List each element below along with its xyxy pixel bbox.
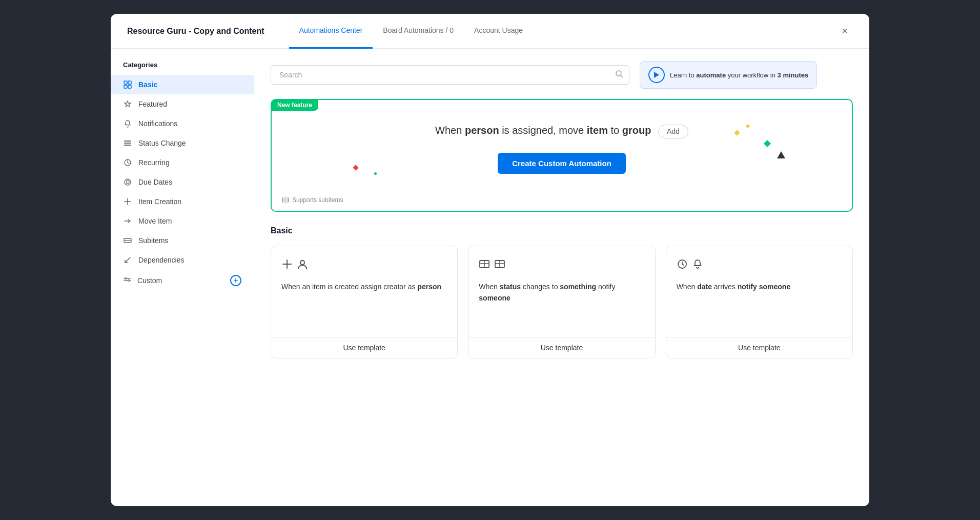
card-2-text: When status changes to something notify … [479, 281, 644, 329]
bell-icon [692, 258, 703, 273]
search-container [271, 65, 629, 85]
custom-icon [123, 276, 131, 286]
svg-rect-2 [124, 85, 127, 88]
search-input[interactable] [271, 65, 629, 85]
card-3-text: When date arrives notify someone [677, 281, 842, 329]
status-change-icon [123, 138, 132, 148]
table-icon-2 [494, 258, 505, 273]
modal-tabs: Automations Center Board Automations / 0… [289, 14, 836, 49]
svg-point-17 [125, 277, 127, 279]
play-icon [648, 67, 665, 83]
tab-board-automations[interactable]: Board Automations / 0 [373, 14, 464, 49]
svg-rect-5 [124, 143, 131, 144]
basic-icon [123, 80, 132, 89]
tab-automations-center[interactable]: Automations Center [289, 14, 373, 49]
close-button[interactable]: × [836, 23, 853, 39]
basic-section-title: Basic [271, 226, 853, 235]
recurring-icon [123, 158, 132, 167]
svg-rect-0 [124, 81, 127, 84]
person-icon [297, 258, 308, 273]
svg-point-18 [128, 279, 130, 281]
sidebar-item-label: Custom [137, 276, 162, 285]
sidebar-item-dependencies[interactable]: Dependencies [111, 250, 254, 270]
automation-card-3: When date arrives notify someone Use tem… [666, 246, 853, 358]
svg-rect-6 [124, 145, 131, 146]
due-dates-icon [123, 177, 132, 187]
sidebar-item-label: Notifications [138, 119, 177, 128]
main-content: Learn to automate your workflow in 3 min… [254, 49, 869, 506]
card-3-icons [677, 258, 842, 273]
sidebar-item-label: Dependencies [138, 256, 185, 264]
sidebar-title: Categories [111, 61, 254, 75]
sidebar-item-featured[interactable]: Featured [111, 94, 254, 114]
sidebar: Categories Basic [111, 49, 254, 506]
sidebar-item-notifications[interactable]: Notifications [111, 114, 254, 133]
svg-marker-21 [654, 72, 659, 78]
svg-point-9 [126, 181, 129, 184]
sidebar-item-recurring[interactable]: Recurring [111, 153, 254, 172]
automation-preview: When person is assigned, move item to gr… [435, 123, 688, 138]
sidebar-item-item-creation[interactable]: Item Creation [111, 192, 254, 211]
tab-account-usage[interactable]: Account Usage [464, 14, 533, 49]
sidebar-item-label: Featured [138, 100, 167, 108]
sidebar-item-label: Basic [138, 81, 157, 89]
sidebar-item-subitems[interactable]: Subitems [111, 231, 254, 250]
modal-body: Categories Basic [111, 49, 869, 506]
add-pill[interactable]: Add [658, 125, 688, 138]
svg-line-20 [621, 75, 623, 77]
modal-overlay: Resource Guru - Copy and Content Automat… [0, 0, 980, 520]
cards-grid: When an item is created assign creator a… [271, 246, 853, 358]
item-creation-icon [123, 197, 132, 206]
svg-rect-4 [124, 141, 131, 142]
sidebar-item-label: Status Change [138, 139, 186, 147]
new-feature-badge: New feature [271, 99, 318, 111]
use-template-button-3[interactable]: Use template [666, 337, 852, 358]
featured-card-inner: When person is assigned, move item to gr… [286, 112, 838, 179]
featured-icon [123, 99, 132, 109]
use-template-button-2[interactable]: Use template [468, 337, 655, 358]
svg-point-8 [125, 179, 131, 185]
sidebar-item-move-item[interactable]: Move Item [111, 211, 254, 231]
table-icon-1 [479, 258, 490, 273]
sidebar-item-label: Recurring [138, 158, 170, 167]
svg-point-26 [300, 261, 304, 265]
subitems-note-icon [282, 196, 289, 204]
move-item-icon [123, 216, 132, 226]
card-2-icons [479, 258, 644, 273]
clock-icon [677, 258, 688, 273]
subitems-icon [123, 236, 132, 245]
svg-line-35 [682, 264, 684, 265]
automations-modal: Resource Guru - Copy and Content Automat… [111, 14, 869, 506]
sidebar-item-label: Due Dates [138, 178, 172, 186]
notifications-icon [123, 119, 132, 128]
subitems-note: Supports subitems [282, 196, 343, 204]
modal-title: Resource Guru - Copy and Content [127, 27, 264, 36]
create-custom-automation-button[interactable]: Create Custom Automation [498, 153, 626, 174]
card-1-icons [281, 258, 447, 273]
svg-rect-3 [128, 85, 131, 88]
sidebar-item-label: Subitems [138, 236, 168, 245]
svg-rect-1 [128, 81, 131, 84]
sidebar-item-custom[interactable]: Custom + [111, 270, 254, 291]
search-icon [615, 70, 623, 80]
learn-text: Learn to automate your workflow in 3 min… [670, 71, 808, 79]
sidebar-item-label: Move Item [138, 217, 172, 225]
sidebar-item-status-change[interactable]: Status Change [111, 133, 254, 153]
dependencies-icon [123, 255, 132, 265]
sidebar-item-basic[interactable]: Basic [111, 75, 254, 94]
automation-card-2: When status changes to something notify … [468, 246, 655, 358]
sidebar-item-label: Item Creation [138, 197, 181, 206]
sidebar-item-due-dates[interactable]: Due Dates [111, 172, 254, 192]
search-row: Learn to automate your workflow in 3 min… [271, 61, 853, 89]
card-1-text: When an item is created assign creator a… [281, 281, 447, 329]
featured-card: New feature When person is assigned, mov… [271, 99, 853, 212]
add-custom-button[interactable]: + [230, 275, 241, 286]
plus-icon [281, 258, 293, 273]
modal-header: Resource Guru - Copy and Content Automat… [111, 14, 869, 49]
learn-button[interactable]: Learn to automate your workflow in 3 min… [640, 61, 817, 89]
automation-card-1: When an item is created assign creator a… [271, 246, 458, 358]
use-template-button-1[interactable]: Use template [271, 337, 457, 358]
